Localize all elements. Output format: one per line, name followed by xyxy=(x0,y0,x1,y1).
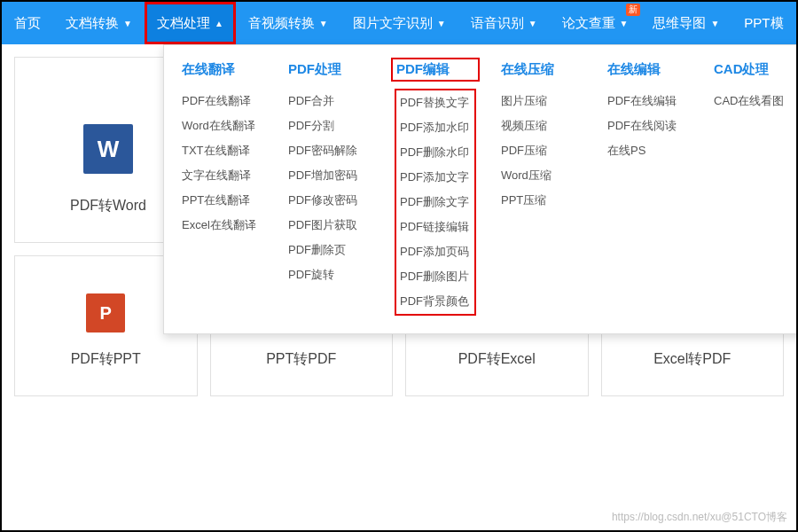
mega-item[interactable]: 图片压缩 xyxy=(501,89,583,113)
mega-item[interactable]: Excel在线翻译 xyxy=(182,213,263,238)
chevron-down-icon: ▼ xyxy=(528,19,537,28)
mega-item[interactable]: PDF添加文字 xyxy=(400,165,471,190)
mega-item[interactable]: 视频压缩 xyxy=(501,113,583,138)
mega-col-list: CAD在线看图 xyxy=(714,89,795,113)
nav-label: 思维导图 xyxy=(653,15,706,32)
mega-item[interactable]: PDF删除水印 xyxy=(400,140,471,165)
mega-item[interactable]: 在线PS xyxy=(607,138,689,163)
tool-label: PDF转PPT xyxy=(15,350,197,369)
mega-item[interactable]: PDF在线阅读 xyxy=(607,113,689,138)
mega-item[interactable]: PDF合并 xyxy=(288,89,370,113)
mega-col-header[interactable]: 在线压缩 xyxy=(501,61,583,78)
nav-item-7[interactable]: 思维导图▼ xyxy=(640,2,732,44)
mega-item[interactable]: PDF删除页 xyxy=(288,238,370,262)
nav-item-8[interactable]: PPT模 xyxy=(732,2,795,44)
mega-item[interactable]: PDF在线编辑 xyxy=(607,89,689,113)
mega-item[interactable]: PDF背景颜色 xyxy=(400,289,471,314)
nav-item-4[interactable]: 图片文字识别▼ xyxy=(340,2,458,44)
chevron-down-icon: ▼ xyxy=(319,19,328,28)
tool-icon: P xyxy=(86,293,125,332)
mega-col-list: PDF替换文字PDF添加水印PDF删除水印PDF添加文字PDF删除文字PDF链接… xyxy=(395,89,476,316)
nav-label: 论文查重 xyxy=(562,15,615,32)
mega-item[interactable]: PPT压缩 xyxy=(501,188,583,213)
mega-item[interactable]: PDF链接编辑 xyxy=(400,215,471,239)
nav-item-5[interactable]: 语音识别▼ xyxy=(458,2,550,44)
mega-item[interactable]: PDF旋转 xyxy=(288,262,370,287)
nav-item-1[interactable]: 文档转换▼ xyxy=(53,2,145,44)
mega-col-header[interactable]: CAD处理 xyxy=(714,61,795,78)
nav-item-2[interactable]: 文档处理▲ xyxy=(145,2,236,44)
nav-item-3[interactable]: 音视频转换▼ xyxy=(236,2,340,44)
chevron-down-icon: ▼ xyxy=(437,19,446,28)
nav-label: 音视频转换 xyxy=(248,15,315,32)
chevron-down-icon: ▼ xyxy=(123,19,132,28)
mega-col-header[interactable]: 在线编辑 xyxy=(607,61,689,78)
mega-item[interactable]: PDF删除图片 xyxy=(400,264,471,289)
chevron-down-icon: ▼ xyxy=(710,19,719,28)
mega-col-header[interactable]: PDF编辑 xyxy=(395,61,476,78)
mega-item[interactable]: PDF分割 xyxy=(288,113,370,138)
top-nav: 首页文档转换▼文档处理▲音视频转换▼图片文字识别▼语音识别▼论文查重▼新思维导图… xyxy=(2,2,796,44)
mega-item[interactable]: CAD在线看图 xyxy=(714,89,795,113)
nav-label: 文档处理 xyxy=(157,15,210,32)
tool-label: Excel转PDF xyxy=(602,350,784,369)
mega-col-header[interactable]: 在线翻译 xyxy=(182,61,263,78)
mega-col-list: PDF在线翻译Word在线翻译TXT在线翻译文字在线翻译PPT在线翻译Excel… xyxy=(182,89,263,238)
mega-col-4: 在线编辑PDF在线编辑PDF在线阅读在线PS xyxy=(607,61,689,316)
mega-item[interactable]: PDF修改密码 xyxy=(288,188,370,213)
chevron-up-icon: ▲ xyxy=(215,19,223,28)
mega-item[interactable]: PDF密码解除 xyxy=(288,138,370,163)
mega-item[interactable]: PDF在线翻译 xyxy=(182,89,263,113)
mega-item[interactable]: Word在线翻译 xyxy=(182,113,263,138)
mega-item[interactable]: Word压缩 xyxy=(501,163,583,188)
mega-item[interactable]: PDF删除文字 xyxy=(400,190,471,215)
nav-label: 文档转换 xyxy=(66,15,119,32)
mega-item[interactable]: PDF添加水印 xyxy=(400,115,471,140)
mega-item[interactable]: PPT在线翻译 xyxy=(182,188,263,213)
mega-col-1: PDF处理PDF合并PDF分割PDF密码解除PDF增加密码PDF修改密码PDF图… xyxy=(288,61,370,316)
mega-col-3: 在线压缩图片压缩视频压缩PDF压缩Word压缩PPT压缩 xyxy=(501,61,583,316)
mega-col-0: 在线翻译PDF在线翻译Word在线翻译TXT在线翻译文字在线翻译PPT在线翻译E… xyxy=(182,61,263,316)
mega-col-2: PDF编辑PDF替换文字PDF添加水印PDF删除水印PDF添加文字PDF删除文字… xyxy=(395,61,476,316)
nav-label: 首页 xyxy=(14,15,41,32)
mega-item[interactable]: PDF替换文字 xyxy=(400,90,471,115)
tool-icon: W xyxy=(83,124,133,174)
nav-item-6[interactable]: 论文查重▼新 xyxy=(550,2,641,44)
nav-item-0[interactable]: 首页 xyxy=(2,2,53,44)
mega-item[interactable]: PDF添加页码 xyxy=(400,239,471,264)
mega-col-list: 图片压缩视频压缩PDF压缩Word压缩PPT压缩 xyxy=(501,89,583,213)
nav-label: PPT模 xyxy=(744,15,783,32)
mega-item[interactable]: PDF图片获取 xyxy=(288,213,370,238)
mega-item[interactable]: PDF压缩 xyxy=(501,138,583,163)
nav-label: 语音识别 xyxy=(471,15,524,32)
chevron-down-icon: ▼ xyxy=(620,19,629,28)
mega-col-list: PDF合并PDF分割PDF密码解除PDF增加密码PDF修改密码PDF图片获取PD… xyxy=(288,89,370,287)
tool-label: PDF转Excel xyxy=(406,350,588,369)
mega-col-list: PDF在线编辑PDF在线阅读在线PS xyxy=(607,89,689,163)
mega-col-header[interactable]: PDF处理 xyxy=(288,61,370,78)
mega-item[interactable]: TXT在线翻译 xyxy=(182,138,263,163)
mega-menu: 在线翻译PDF在线翻译Word在线翻译TXT在线翻译文字在线翻译PPT在线翻译E… xyxy=(163,44,798,334)
mega-item[interactable]: PDF增加密码 xyxy=(288,163,370,188)
mega-col-5: CAD处理CAD在线看图 xyxy=(714,61,795,316)
badge-new: 新 xyxy=(626,4,640,16)
tool-label: PPT转PDF xyxy=(211,350,393,369)
watermark-text: https://blog.csdn.net/xu@51CTO博客 xyxy=(612,510,787,525)
nav-label: 图片文字识别 xyxy=(353,15,433,32)
mega-item[interactable]: 文字在线翻译 xyxy=(182,163,263,188)
